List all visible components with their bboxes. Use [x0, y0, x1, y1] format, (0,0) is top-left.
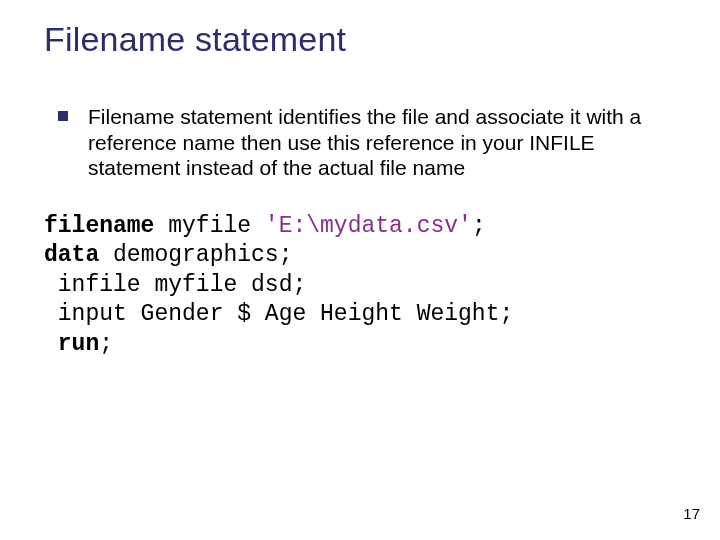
square-bullet-icon [58, 111, 68, 121]
code-keyword-filename: filename [44, 213, 154, 239]
slide-title: Filename statement [44, 20, 346, 59]
code-text [44, 331, 58, 357]
body-text: Filename statement identifies the file a… [58, 104, 668, 181]
code-text: demographics; [99, 242, 292, 268]
code-line-infile: infile myfile dsd; [44, 272, 306, 298]
bullet-item: Filename statement identifies the file a… [58, 104, 668, 181]
code-text: myfile [154, 213, 264, 239]
page-number: 17 [683, 505, 700, 522]
slide: Filename statement Filename statement id… [0, 0, 720, 540]
code-text: ; [99, 331, 113, 357]
code-line-input: input Gender $ Age Height Weight; [44, 301, 513, 327]
code-keyword-data: data [44, 242, 99, 268]
code-string-path: 'E:\mydata.csv' [265, 213, 472, 239]
code-text: ; [472, 213, 486, 239]
code-keyword-run: run [58, 331, 99, 357]
code-block: filename myfile 'E:\mydata.csv'; data de… [44, 212, 513, 359]
bullet-text: Filename statement identifies the file a… [88, 104, 668, 181]
